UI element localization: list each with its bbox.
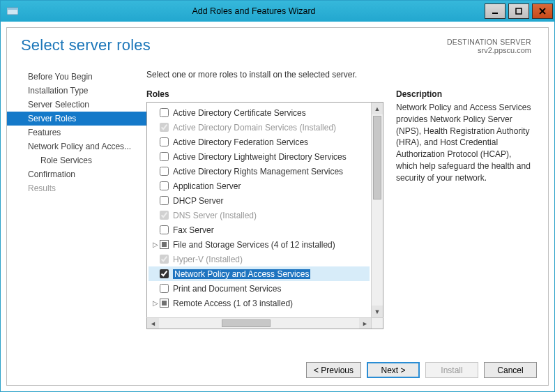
role-label: Hyper-V (Installed): [173, 255, 243, 264]
sidebar-step[interactable]: Role Services: [7, 153, 146, 167]
sidebar-step: Results: [7, 181, 146, 195]
close-button[interactable]: [532, 3, 553, 19]
expander-icon[interactable]: ▷: [151, 299, 160, 307]
minimize-button[interactable]: [485, 3, 505, 19]
role-label: Remote Access (1 of 3 installed): [173, 299, 293, 308]
role-item[interactable]: Active Directory Certificate Services: [149, 105, 370, 120]
role-label: Active Directory Lightweight Directory S…: [173, 152, 347, 162]
wizard-window: Add Roles and Features Wizard Select ser…: [0, 0, 555, 392]
sidebar-step[interactable]: Features: [7, 126, 146, 140]
sidebar-step[interactable]: Installation Type: [7, 84, 146, 98]
scroll-thumb[interactable]: [373, 116, 381, 199]
role-item[interactable]: Active Directory Lightweight Directory S…: [149, 149, 370, 164]
role-checkbox[interactable]: [160, 284, 169, 293]
cancel-button[interactable]: Cancel: [484, 362, 537, 378]
instruction-text: Select one or more roles to install on t…: [146, 70, 534, 80]
role-checkbox[interactable]: [160, 196, 169, 205]
role-checkbox: [160, 211, 169, 220]
role-item: Active Directory Domain Services (Instal…: [149, 120, 370, 135]
role-label: Active Directory Rights Management Servi…: [173, 167, 343, 176]
role-item[interactable]: DHCP Server: [149, 193, 370, 208]
role-item[interactable]: ▷File and Storage Services (4 of 12 inst…: [149, 237, 370, 252]
role-label: DHCP Server: [173, 196, 223, 206]
role-label: Application Server: [173, 181, 241, 191]
destination-server: DESTINATION SERVER srv2.ppscu.com: [447, 38, 531, 54]
role-label: File and Storage Services (4 of 12 insta…: [173, 240, 335, 250]
sidebar-step[interactable]: Server Selection: [7, 98, 146, 112]
role-label: Fax Server: [173, 225, 214, 235]
svg-rect-3: [516, 8, 522, 14]
scroll-right-arrow-icon[interactable]: ►: [359, 318, 371, 329]
role-item[interactable]: ▷Remote Access (1 of 3 installed): [149, 296, 370, 310]
install-button: Install: [425, 362, 478, 378]
wizard-footer: < Previous Next > Install Cancel: [7, 355, 548, 385]
destination-label: DESTINATION SERVER: [447, 38, 531, 46]
vertical-scrollbar[interactable]: ▲ ▼: [371, 103, 383, 317]
expander-icon[interactable]: ▷: [151, 241, 160, 248]
roles-listbox: Active Directory Certificate ServicesAct…: [146, 102, 383, 318]
role-item[interactable]: Active Directory Rights Management Servi…: [149, 164, 370, 179]
role-item[interactable]: Active Directory Federation Services: [149, 135, 370, 149]
role-checkbox[interactable]: [160, 225, 169, 234]
sidebar-step[interactable]: Confirmation: [7, 167, 146, 181]
role-item: Hyper-V (Installed): [149, 252, 370, 266]
next-button[interactable]: Next >: [367, 362, 420, 378]
svg-rect-1: [7, 8, 18, 10]
role-item[interactable]: Print and Document Services: [149, 281, 370, 296]
role-checkbox: [160, 255, 169, 264]
role-label: Active Directory Federation Services: [173, 137, 308, 147]
scroll-up-arrow-icon[interactable]: ▲: [372, 103, 383, 114]
role-item: DNS Server (Installed): [149, 208, 370, 223]
wizard-steps-sidebar: Before You BeginInstallation TypeServer …: [7, 70, 146, 349]
role-checkbox[interactable]: [160, 181, 169, 190]
role-checkbox[interactable]: [160, 269, 169, 278]
previous-button[interactable]: < Previous: [306, 362, 361, 378]
horizontal-scrollbar[interactable]: ◄ ►: [146, 317, 383, 329]
role-checkbox[interactable]: [160, 137, 169, 146]
page-title: Select server roles: [21, 36, 151, 54]
titlebar[interactable]: Add Roles and Features Wizard: [1, 1, 554, 22]
role-item[interactable]: Application Server: [149, 179, 370, 193]
role-checkbox[interactable]: [160, 152, 169, 161]
scroll-left-arrow-icon[interactable]: ◄: [147, 318, 159, 329]
checkbox-partial-icon[interactable]: [160, 299, 169, 308]
scroll-down-arrow-icon[interactable]: ▼: [372, 306, 383, 317]
roles-header: Roles: [146, 89, 383, 99]
role-item[interactable]: Fax Server: [149, 223, 370, 237]
sidebar-step[interactable]: Before You Begin: [7, 70, 146, 84]
window-title: Add Roles and Features Wizard: [24, 6, 483, 16]
role-label: Print and Document Services: [173, 284, 281, 294]
role-checkbox[interactable]: [160, 108, 169, 117]
role-label: Active Directory Domain Services (Instal…: [173, 123, 336, 133]
destination-value: srv2.ppscu.com: [447, 46, 531, 54]
role-label: DNS Server (Installed): [173, 211, 257, 220]
description-text: Network Policy and Access Services provi…: [396, 102, 531, 184]
scroll-thumb-h[interactable]: [222, 319, 271, 327]
role-label: Active Directory Certificate Services: [173, 108, 306, 118]
role-checkbox: [160, 123, 169, 132]
role-item[interactable]: Network Policy and Access Services: [149, 266, 370, 281]
sidebar-step[interactable]: Network Policy and Acces...: [7, 140, 146, 153]
role-checkbox[interactable]: [160, 167, 169, 176]
description-header: Description: [396, 89, 531, 99]
app-icon: [1, 6, 24, 16]
sidebar-step[interactable]: Server Roles: [7, 112, 146, 126]
maximize-button[interactable]: [508, 3, 529, 19]
role-label: Network Policy and Access Services: [173, 269, 310, 279]
checkbox-partial-icon[interactable]: [160, 240, 169, 249]
